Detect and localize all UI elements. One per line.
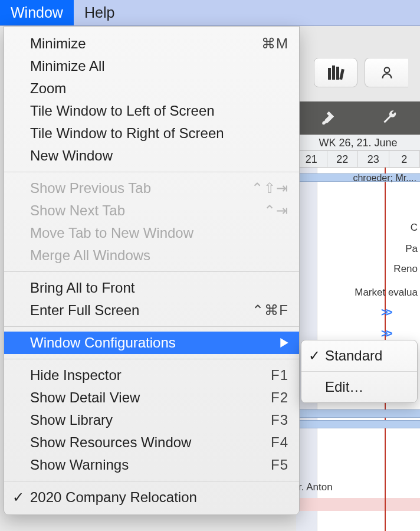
menu-tile-left[interactable]: Tile Window to Left of Screen <box>4 100 299 122</box>
wrench-icon[interactable] <box>380 109 398 127</box>
task-label: r. Anton <box>298 481 333 493</box>
resource-bar[interactable] <box>296 498 420 511</box>
shortcut: F1 <box>271 367 288 384</box>
timeline-day-header: 21 22 23 2 <box>296 151 420 168</box>
menu-label: Show Library <box>30 412 113 428</box>
task-label: C <box>411 222 418 234</box>
menu-label: Zoom <box>30 80 66 97</box>
shortcut: F4 <box>271 434 288 451</box>
shortcut: F3 <box>271 412 288 428</box>
shortcut: ⌘M <box>261 35 288 52</box>
menu-minimize-all[interactable]: Minimize All <box>4 55 299 77</box>
menu-separator <box>4 172 299 172</box>
shortcut: F2 <box>271 389 288 406</box>
menu-document-window[interactable]: ✓ 2020 Company Relocation <box>4 486 299 509</box>
submenu-label: Edit… <box>325 379 363 395</box>
checkmark-icon: ✓ <box>12 489 24 506</box>
inspector-toolbar <box>296 101 420 135</box>
menu-bring-front[interactable]: Bring All to Front <box>4 277 299 299</box>
menu-zoom[interactable]: Zoom <box>4 77 299 100</box>
day-cell[interactable]: 23 <box>358 151 389 167</box>
menu-separator <box>4 481 299 481</box>
menu-separator <box>4 359 299 359</box>
menu-label: Show Resources Window <box>30 434 191 451</box>
menu-label: Show Previous Tab <box>30 180 151 196</box>
submenu-edit[interactable]: Edit… <box>301 375 417 399</box>
gantt-timeline: WK 26, 21. June 21 22 23 2 chroeder; Mr.… <box>296 135 420 531</box>
menu-label: Show Detail View <box>30 389 140 406</box>
task-label: Market evalua <box>355 287 418 299</box>
day-cell[interactable]: 21 <box>296 151 327 167</box>
brush-icon[interactable] <box>319 109 336 127</box>
menu-label: Merge All Windows <box>30 247 150 264</box>
menu-label: Minimize <box>30 35 86 52</box>
submenu-arrow-icon <box>280 338 288 348</box>
menu-show-warnings[interactable]: Show Warnings F5 <box>4 454 299 476</box>
menu-enter-fullscreen[interactable]: Enter Full Screen ⌃⌘F <box>4 299 299 322</box>
menu-tile-right[interactable]: Tile Window to Right of Screen <box>4 122 299 145</box>
menu-show-library[interactable]: Show Library F3 <box>4 409 299 431</box>
timeline-week-header: WK 26, 21. June <box>296 135 420 151</box>
shortcut: F5 <box>271 457 288 473</box>
checkmark-icon: ✓ <box>309 348 320 364</box>
menu-label: New Window <box>30 148 113 164</box>
menu-hide-inspector[interactable]: Hide Inspector F1 <box>4 364 299 386</box>
summary-bar[interactable]: chroeder; Mr.... <box>296 173 420 182</box>
day-cell[interactable]: 2 <box>389 151 421 167</box>
submenu-label: Standard <box>325 348 382 364</box>
menu-label: Window Configurations <box>30 335 176 351</box>
shortcut: ⌃⇥ <box>264 202 288 219</box>
menu-separator <box>4 326 299 327</box>
menu-label: Show Next Tab <box>30 202 125 219</box>
books-icon <box>328 65 343 80</box>
day-cell[interactable]: 22 <box>327 151 359 167</box>
menu-label: Enter Full Screen <box>30 302 139 319</box>
menu-label: Show Warnings <box>30 457 129 473</box>
menu-window-configurations[interactable]: Window Configurations <box>4 332 299 354</box>
menu-show-next-tab: Show Next Tab ⌃⇥ <box>4 199 299 222</box>
task-label: Reno <box>393 263 418 275</box>
summary-bar[interactable] <box>296 409 420 418</box>
menu-label: Hide Inspector <box>30 367 122 384</box>
menu-minimize[interactable]: Minimize ⌘M <box>4 32 299 55</box>
menu-label: Bring All to Front <box>30 280 134 296</box>
menu-label: Tile Window to Right of Screen <box>30 125 224 142</box>
resources-button[interactable] <box>365 58 408 87</box>
window-menu-dropdown: Minimize ⌘M Minimize All Zoom Tile Windo… <box>4 26 300 515</box>
menubar-help[interactable]: Help <box>74 0 125 25</box>
shortcut: ⌃⌘F <box>252 302 288 319</box>
bar-label: chroeder; Mr.... <box>353 173 416 183</box>
menu-label: Move Tab to New Window <box>30 225 193 241</box>
menu-show-detail[interactable]: Show Detail View F2 <box>4 386 299 409</box>
window-configurations-submenu: ✓ Standard Edit… <box>301 340 418 403</box>
shortcut: ⌃⇧⇥ <box>251 180 288 196</box>
menu-show-resources[interactable]: Show Resources Window F4 <box>4 431 299 454</box>
task-label: Pa <box>405 243 418 255</box>
today-line <box>385 486 386 531</box>
menu-new-window[interactable]: New Window <box>4 145 299 167</box>
menu-move-tab-new: Move Tab to New Window <box>4 222 299 244</box>
menubar-window[interactable]: Window <box>0 0 74 25</box>
library-button[interactable] <box>314 58 357 87</box>
menu-show-prev-tab: Show Previous Tab ⌃⇧⇥ <box>4 177 299 199</box>
menu-label: 2020 Company Relocation <box>30 489 197 506</box>
fast-forward-icon[interactable]: >> <box>381 306 390 319</box>
summary-bar[interactable] <box>296 420 420 428</box>
menu-label: Tile Window to Left of Screen <box>30 103 215 119</box>
menu-merge-all: Merge All Windows <box>4 244 299 267</box>
menubar: Window Help <box>0 0 420 26</box>
fast-forward-icon[interactable]: >> <box>381 327 390 340</box>
person-icon <box>379 65 395 80</box>
menu-label: Minimize All <box>30 58 105 74</box>
menu-separator <box>4 271 299 272</box>
menu-separator <box>301 371 417 372</box>
submenu-standard[interactable]: ✓ Standard <box>301 344 417 368</box>
